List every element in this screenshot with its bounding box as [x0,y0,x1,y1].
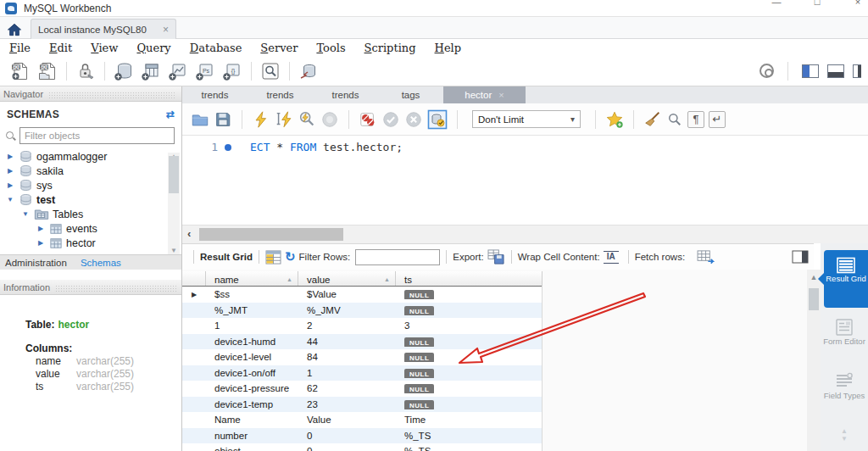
schema-ogammalogger[interactable]: ▶ ogammalogger [0,149,181,164]
toggle-left-panel-icon[interactable] [802,64,819,78]
menu-help[interactable]: Help [426,42,471,54]
create-function-icon[interactable] [222,61,242,81]
form-editor-button[interactable]: Form Editor [821,318,868,346]
table-row[interactable]: number 0 %_TS [182,428,542,444]
column-header-value[interactable]: value▲ [298,271,396,286]
table-row[interactable]: device1-pressure 62 NULL [182,381,542,397]
field-types-button[interactable]: Field Types [821,372,868,400]
export-icon[interactable] [487,249,505,265]
grid-options-icon[interactable] [265,250,281,264]
editor-tab-trends-3[interactable]: trends [313,86,378,103]
column-header-name[interactable]: name▲ [206,271,298,286]
chevron-right-icon[interactable]: ▶ [36,225,46,232]
table-row[interactable]: device1-level 84 NULL [182,349,542,365]
toggle-word-wrap-icon[interactable]: ↵ [709,111,726,128]
chevron-down-icon[interactable]: ▼ [5,196,15,203]
table-row[interactable]: Name Value Time [182,412,542,428]
beautify-sql-icon[interactable] [643,110,662,129]
menu-edit[interactable]: Edit [40,42,81,54]
table-row[interactable]: 1 2 3 [182,318,542,334]
navigator-scrollbar[interactable]: ▲ ▼ [168,153,180,254]
tab-administration[interactable]: Administration [5,258,67,268]
toggle-result-panel-icon[interactable] [792,250,809,264]
save-snippet-icon[interactable] [605,110,624,129]
sort-asc-icon[interactable]: ▲ [384,276,390,282]
column-header-ts[interactable]: ts [396,271,542,286]
table-row[interactable]: device1-on/off 1 NULL [182,365,542,381]
save-script-icon[interactable] [214,110,232,129]
execute-current-statement-icon[interactable] [275,110,293,129]
chevron-down-icon[interactable]: ▼ [20,210,31,218]
create-procedure-icon[interactable] [195,61,215,81]
filter-rows-input[interactable] [355,249,440,265]
explain-icon[interactable] [298,110,316,129]
tab-schemas[interactable]: Schemas [81,258,121,268]
scrollbar-thumb[interactable] [809,288,819,310]
execute-icon[interactable] [252,110,270,129]
table-events[interactable]: ▶ events [0,221,181,236]
table-row[interactable]: ▶ $ss $Value NULL [182,287,542,303]
create-view-icon[interactable] [168,61,188,81]
table-row[interactable]: device1-humd 44 NULL [182,334,542,350]
close-icon[interactable]: × [163,24,169,36]
table-row[interactable]: object 0 %_TS [182,443,542,451]
editor-tab-hector[interactable]: hector × [443,86,526,103]
fetch-rows-icon[interactable] [697,249,716,265]
schema-test[interactable]: ▼ test [0,192,181,207]
scroll-down-icon[interactable]: ▼ [168,247,180,254]
scrollbar-thumb[interactable] [199,228,343,241]
schema-sys[interactable]: ▶ sys [0,178,181,192]
chevron-right-icon[interactable]: ▶ [5,153,15,160]
reconnect-dbms-icon[interactable] [298,61,319,81]
refresh-schemas-icon[interactable]: ⇄ [166,109,175,120]
create-table-icon[interactable] [141,61,161,81]
wrap-cell-content-icon[interactable]: IA [604,251,619,264]
toggle-bottom-panel-icon[interactable] [827,64,844,78]
menu-file[interactable]: File [0,42,40,54]
editor-tab-trends-1[interactable]: trends [182,86,248,103]
table-row[interactable]: %_JMT %_JMV NULL [182,303,542,319]
open-script-icon[interactable] [191,110,209,129]
chevron-right-icon[interactable]: ▶ [5,167,15,175]
menu-server[interactable]: Server [251,42,307,54]
menu-database[interactable]: Database [181,42,252,54]
scroll-left-icon[interactable]: ‹ [187,227,191,240]
filter-objects-input[interactable] [19,127,175,144]
show-invisibles-icon[interactable]: ¶ [687,111,704,128]
schema-sakila[interactable]: ▶ sakila [0,164,181,178]
create-schema-icon[interactable] [114,61,134,81]
close-icon[interactable]: × [498,90,504,100]
chevron-right-icon[interactable]: ▶ [5,181,15,189]
search-database-icon[interactable] [260,61,281,81]
scrollbar-thumb[interactable] [169,156,179,193]
menu-query[interactable]: Query [127,42,180,54]
close-button[interactable]: × [851,0,865,7]
tree-node-tables[interactable]: ▼ Tables [0,207,181,221]
refresh-icon[interactable]: ↻ [285,249,296,264]
toggle-right-panel-icon[interactable] [853,64,861,78]
new-query-tab-icon[interactable] [10,61,31,81]
toggle-autocommit-icon[interactable] [427,109,448,130]
open-sql-file-icon[interactable] [37,61,58,81]
preferences-icon[interactable] [760,64,774,78]
menu-view[interactable]: View [81,42,127,54]
menu-tools[interactable]: Tools [307,42,354,54]
maximize-button[interactable]: □ [810,0,824,7]
home-icon[interactable] [7,21,22,36]
result-grid-view-button[interactable]: Result Grid [824,250,868,308]
sort-asc-icon[interactable]: ▲ [287,276,292,282]
connection-tab[interactable]: Local instance MySQL80 × [31,19,176,39]
find-icon[interactable] [666,111,683,128]
row-limit-dropdown[interactable]: Don't Limit ▾ [472,110,581,128]
chevron-right-icon[interactable]: ▶ [36,239,46,247]
minimize-button[interactable]: — [770,0,783,7]
table-hector[interactable]: ▶ hector [0,236,181,250]
editor-tab-trends-2[interactable]: trends [248,86,313,103]
grid-vertical-scrollbar[interactable]: ▲ [807,270,821,451]
editor-tab-tags[interactable]: tags [378,86,443,103]
sql-editor[interactable]: 1 ECT * FROM test.hector; [182,136,868,225]
inbound-connection-icon[interactable] [75,61,96,81]
table-row[interactable]: device1-temp 23 NULL [182,397,542,413]
menu-scripting[interactable]: Scripting [355,42,426,54]
stop-on-error-icon[interactable] [359,110,377,129]
